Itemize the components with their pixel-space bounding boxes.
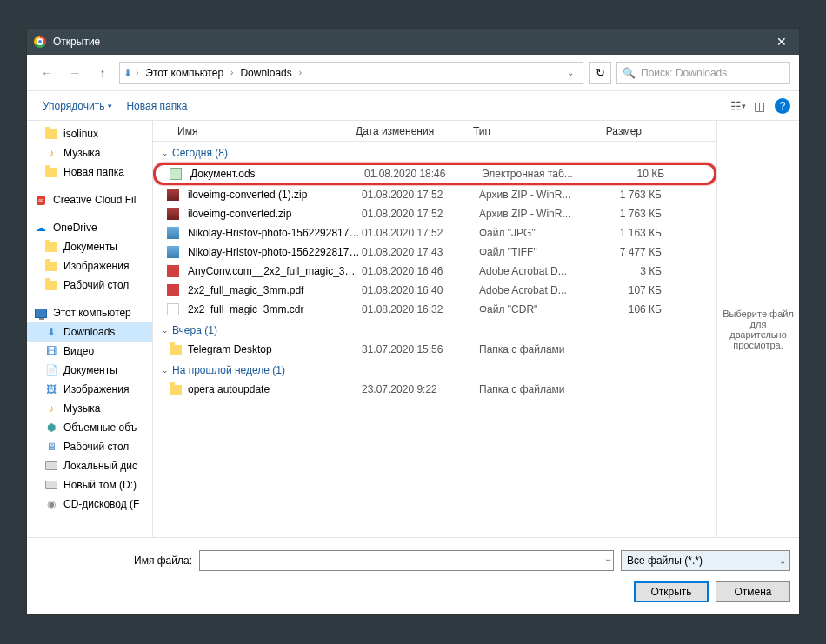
onedrive-icon: ☁ [34, 221, 48, 235]
chevron-icon[interactable]: › [297, 68, 303, 77]
file-size: 107 КБ [592, 284, 662, 296]
drive-icon [44, 459, 58, 473]
file-date: 23.07.2020 9:22 [362, 383, 479, 395]
filename-input[interactable]: ⌄ [199, 550, 614, 571]
sidebar-item[interactable]: ☁OneDrive [27, 218, 152, 237]
file-row[interactable]: Nikolay-Hristov-photo-1562292817-58d2...… [153, 242, 716, 262]
file-row[interactable]: 2x2_full_magic_3mm.cdr01.08.2020 16:32Фа… [153, 300, 716, 319]
sidebar-item-label: Объемные объ [63, 422, 137, 434]
sidebar-item[interactable]: Документы [27, 237, 152, 256]
col-date[interactable]: Дата изменения [349, 125, 466, 137]
open-file-dialog: Открытие ✕ ← → ↑ ⬇ › Этот компьютер › Do… [26, 28, 800, 615]
close-button[interactable]: ✕ [771, 35, 792, 49]
3d-icon: ⬢ [44, 421, 58, 435]
drive-icon [44, 478, 58, 492]
chevron-icon[interactable]: › [134, 68, 140, 77]
sidebar-item[interactable]: ♪Музыка [27, 399, 152, 418]
sidebar-item[interactable]: ∞Creative Cloud Fil [27, 190, 152, 209]
sidebar-item-label: Видео [63, 345, 94, 357]
sidebar-item[interactable]: Новая папка [27, 163, 152, 182]
file-row[interactable]: iloveimg-converted.zip01.08.2020 17:52Ар… [153, 204, 716, 223]
view-options-button[interactable]: ☷ ▾ [728, 96, 749, 116]
new-folder-button[interactable]: Новая папка [119, 96, 194, 116]
path-box[interactable]: ⬇ › Этот компьютер › Downloads › ⌄ [119, 62, 583, 84]
group-title: На прошлой неделе (1) [172, 364, 285, 376]
dropdown-icon[interactable]: ⌄ [779, 556, 786, 566]
forward-button[interactable]: → [63, 62, 86, 84]
sidebar-item-label: Creative Cloud Fil [53, 194, 136, 206]
file-icon [171, 167, 185, 181]
file-row[interactable]: Документ.ods01.08.2020 18:46Электронная … [153, 163, 716, 185]
help-button[interactable]: ? [775, 98, 790, 114]
file-name: Nikolay-Hristov-photo-1562292817-58d2... [188, 246, 362, 258]
sidebar-item[interactable]: ⬇Downloads [27, 322, 152, 342]
file-icon [169, 382, 183, 396]
file-row[interactable]: AnyConv.com__2x2_full_magic_3mm.pdf01.08… [153, 262, 716, 281]
sidebar-item[interactable]: ◉CD-дисковод (F [27, 495, 152, 514]
file-name: iloveimg-converted (1).zip [188, 189, 362, 201]
sidebar-item-label: Рабочий стол [63, 279, 129, 291]
group-title: Вчера (1) [172, 324, 217, 336]
sidebar-item[interactable]: Локальный дис [27, 456, 152, 475]
pc-icon [34, 306, 48, 320]
file-icon [169, 264, 183, 278]
titlebar: Открытие ✕ [27, 29, 799, 55]
group-header[interactable]: ⌄Сегодня (8) [153, 142, 716, 163]
file-icon [169, 302, 183, 316]
file-row[interactable]: opera autoupdate23.07.2020 9:22Папка с ф… [153, 380, 716, 399]
path-dropdown[interactable]: ⌄ [562, 68, 579, 77]
path-seg-downloads[interactable]: Downloads [236, 67, 295, 79]
sidebar-item[interactable]: Этот компьютер [27, 303, 152, 322]
sidebar-item[interactable]: 🖼Изображения [27, 380, 152, 399]
sidebar-item[interactable]: ♪Музыка [27, 143, 152, 163]
sidebar-item-label: OneDrive [53, 222, 97, 234]
open-button[interactable]: Открыть [634, 581, 709, 602]
downloads-icon: ⬇ [44, 325, 58, 339]
path-seg-pc[interactable]: Этот компьютер [142, 67, 227, 79]
filename-dropdown[interactable]: ⌄ [604, 554, 611, 563]
sidebar-item[interactable]: Рабочий стол [27, 276, 152, 295]
file-icon [169, 342, 183, 356]
sidebar-item-label: Этот компьютер [53, 307, 131, 319]
file-name: AnyConv.com__2x2_full_magic_3mm.pdf [188, 265, 362, 277]
group-header[interactable]: ⌄Вчера (1) [153, 319, 716, 340]
sidebar-item[interactable]: 📄Документы [27, 361, 152, 380]
chevron-icon[interactable]: › [229, 68, 235, 77]
file-row[interactable]: iloveimg-converted (1).zip01.08.2020 17:… [153, 185, 716, 204]
video-icon: 🎞 [44, 344, 58, 358]
file-row[interactable]: 2x2_full_magic_3mm.pdf01.08.2020 16:40Ad… [153, 281, 716, 300]
folder-icon [44, 259, 58, 273]
file-type: Архив ZIP - WinR... [479, 189, 592, 201]
file-icon [169, 207, 183, 221]
search-icon: 🔍 [623, 67, 636, 79]
file-name: 2x2_full_magic_3mm.cdr [188, 303, 362, 315]
col-type[interactable]: Тип [466, 125, 579, 137]
sidebar-item-label: Новый том (D:) [63, 479, 137, 491]
file-date: 01.08.2020 16:40 [362, 284, 479, 296]
sidebar-item-label: isolinux [63, 128, 98, 140]
preview-pane-button[interactable]: ◫ [749, 96, 769, 116]
search-box[interactable]: 🔍 Поиск: Downloads [616, 62, 790, 84]
sidebar-item[interactable]: isolinux [27, 124, 152, 143]
sidebar-item[interactable]: 🖥Рабочий стол [27, 437, 152, 456]
file-name: opera autoupdate [188, 383, 362, 395]
group-header[interactable]: ⌄На прошлой неделе (1) [153, 359, 716, 380]
footer: Имя файла: ⌄ Все файлы (*.*) ⌄ Открыть О… [27, 537, 799, 614]
file-row[interactable]: Telegram Desktop31.07.2020 15:56Папка с … [153, 340, 716, 359]
col-name[interactable]: Имя [153, 125, 349, 137]
organize-menu[interactable]: Упорядочить ▾ [36, 96, 119, 116]
filetype-filter[interactable]: Все файлы (*.*) ⌄ [621, 550, 790, 571]
sidebar-item[interactable]: 🎞Видео [27, 342, 152, 361]
up-button[interactable]: ↑ [91, 62, 114, 84]
col-size[interactable]: Размер [579, 125, 649, 137]
sidebar-item[interactable]: Новый том (D:) [27, 475, 152, 495]
refresh-button[interactable]: ↻ [589, 62, 611, 84]
cancel-button[interactable]: Отмена [716, 581, 790, 602]
sidebar-item-label: Изображения [63, 383, 129, 395]
sidebar-item[interactable]: Изображения [27, 256, 152, 276]
file-type: Папка с файлами [479, 383, 592, 395]
file-date: 31.07.2020 15:56 [362, 343, 479, 355]
back-button[interactable]: ← [36, 62, 58, 84]
file-row[interactable]: Nikolay-Hristov-photo-1562292817-58d2...… [153, 223, 716, 242]
sidebar-item[interactable]: ⬢Объемные объ [27, 418, 152, 437]
